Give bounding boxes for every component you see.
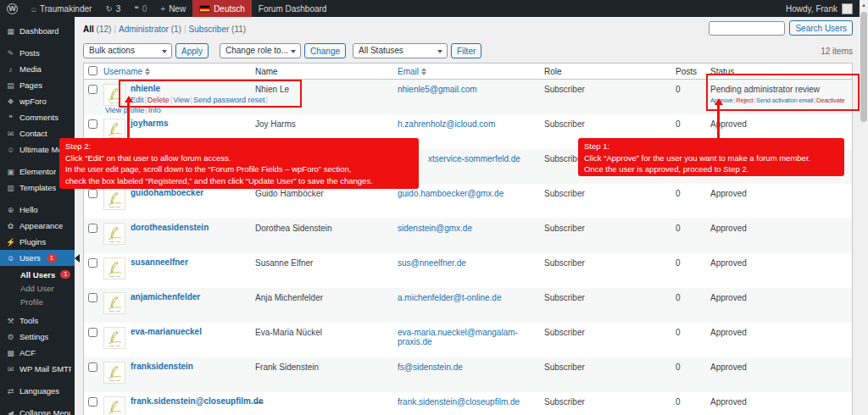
collapse-icon: ◀ [6,409,15,415]
user-avatar[interactable] [842,3,853,14]
view-administrator-link[interactable]: Administrator [119,25,169,34]
user-posts-count: 0 [672,357,707,392]
search-users-button[interactable]: Search Users [789,20,853,36]
user-email-link[interactable]: a.michenfelder@t-online.de [398,293,501,302]
row-checkbox[interactable] [88,224,97,233]
vertical-scrollbar[interactable]: ▲ [860,0,868,415]
user-status: Approved [710,328,852,337]
user-name: Susanne Elfner [252,253,394,288]
view-subscriber-link[interactable]: Subscriber [189,25,230,34]
user-email-link[interactable]: h.zahrenholz@icloud.com [398,119,495,129]
sidebar-item-wp-mail-smtp[interactable]: ✉ WP Mail SMTP [0,361,75,377]
change-button[interactable]: Change [304,43,346,58]
annotation-rect-status [706,74,860,111]
ultimate-member-icon: ☺ [6,146,15,154]
admin-sidebar: ▦ Dashboard ✎ Posts ♪ Media ▤ Pages ❖ wp… [0,17,75,415]
select-all-checkbox[interactable] [88,66,97,75]
sort-icon [145,68,150,75]
row-checkbox[interactable] [88,189,97,198]
users-icon: ☺ [6,254,15,263]
sidebar-item-posts[interactable]: ✎ Posts [0,45,75,61]
user-role-views: All (12)|Administrator (1)|Subscriber (1… [83,20,246,34]
scrollbar-thumb[interactable] [860,12,867,122]
status-filter-select[interactable]: All Statuses [353,43,448,58]
bulk-actions-select[interactable]: Bulk actions [83,43,172,58]
username-link[interactable]: franksidenstein [131,362,193,371]
submenu-item[interactable]: Add User [20,281,75,295]
row-checkbox[interactable] [88,397,97,407]
view-all-link[interactable]: All [83,25,94,34]
user-avatar [103,292,125,314]
email-column-header[interactable]: Email [398,67,426,76]
sidebar-item-appearance[interactable]: ✿ Appearance [0,218,75,234]
home-icon: ⌂ [31,4,36,14]
user-email-link[interactable]: fs@sidenstein.de [398,362,463,372]
row-checkbox[interactable] [88,362,97,372]
user-email-link[interactable]: sus@nneelfner.de [398,258,466,268]
user-email-link[interactable]: guido.hamboecker@gmx.de [398,189,504,198]
user-email-link[interactable]: sidenstein@gmx.de [398,224,472,233]
row-checkbox[interactable] [88,328,97,337]
filter-button[interactable]: Filter [451,43,481,58]
sidebar-item-languages[interactable]: ⇄ Languages [0,383,75,399]
user-avatar [103,223,125,245]
username-link[interactable]: dorotheasidenstein [131,223,209,232]
user-status: Approved [710,189,852,198]
username-link[interactable]: anjamichenfelder [131,292,200,302]
sidebar-item-acf[interactable]: ▩ ACF [0,345,75,361]
users-submenu: All Users1 Add User Profile [0,266,75,313]
sidebar-item-users[interactable]: ☺ Users 1 [0,250,75,266]
wp-logo-menu[interactable]: W [0,0,25,17]
username-column-header[interactable]: Username [103,67,150,76]
templates-icon: ▥ [6,184,15,192]
user-posts-count: 0 [672,253,707,288]
submenu-item[interactable]: All Users1 [20,268,75,281]
sidebar-item-collapse-menu[interactable]: ◀ Collapse Menu [0,405,75,415]
user-email-link[interactable]: nhienle5@gmail.com [398,85,477,94]
site-name-menu[interactable]: ⌂ Traumakinder [25,0,98,17]
sidebar-item-tools[interactable]: ⚒ Tools [0,313,75,329]
username-link[interactable]: susanneelfner [131,257,188,267]
sidebar-item-wpforo[interactable]: ❖ wpForo [0,93,75,109]
sidebar-item-hello[interactable]: ⊕ Hello [0,202,75,218]
new-content-menu[interactable]: + New [153,0,192,17]
scroll-up-icon[interactable]: ▲ [860,0,868,10]
annotation-rect-user-actions [119,80,302,108]
new-label: New [169,4,186,14]
apply-button[interactable]: Apply [175,43,209,58]
username-link[interactable]: eva-marianueckel [131,327,202,336]
row-checkbox[interactable] [88,119,97,129]
row-checkbox[interactable] [88,293,97,302]
user-table-row: franksidenstein Edit|Delete|View|Send pa… [84,357,852,392]
user-table-row: anjamichenfelder Edit|Delete|View|Send p… [84,288,852,323]
updates-menu[interactable]: ↻ 3 [98,0,127,17]
table-body: nhienle Edit|Delete|View|Send password r… [84,80,852,415]
username-link[interactable]: joyharms [131,119,168,128]
sidebar-item-plugins[interactable]: ⚡ Plugins [0,234,75,250]
user-email-link[interactable]: eva-maria.nueckel@mangalam-praxis.de [398,328,518,346]
sidebar-item-dashboard[interactable]: ▦ Dashboard [0,23,75,39]
language-menu[interactable]: Deutsch [192,0,252,17]
comments-icon: ❝ [6,113,15,122]
username-link[interactable]: guidohamboecker [131,188,203,197]
comments-menu[interactable]: ❝ 0 [127,0,153,17]
forum-dashboard-label: Forum Dashboard [259,4,327,14]
sidebar-item-pages[interactable]: ▤ Pages [0,77,75,93]
username-link[interactable]: frank.sidenstein@closeupfilm.de [131,396,263,406]
users-table: Username Name Email Role Posts Status nh… [83,63,853,415]
user-posts-count: 0 [672,184,707,219]
change-role-select[interactable]: Change role to... [220,43,301,58]
sidebar-item-comments[interactable]: ❝ Comments [0,109,75,125]
user-name: — [252,392,394,415]
row-checkbox[interactable] [88,258,97,268]
user-avatar [103,257,125,279]
submenu-item[interactable]: Profile [20,295,75,308]
sidebar-item-settings[interactable]: ⚙ Settings [0,329,75,345]
forum-dashboard-menu[interactable]: Forum Dashboard [252,0,334,17]
user-status: Approved [710,119,852,129]
sidebar-item-media[interactable]: ♪ Media [0,61,75,77]
user-email-link[interactable]: frank.sidenstein@closeupfilm.de [398,397,520,407]
search-users-input[interactable] [709,21,785,36]
howdy-menu[interactable]: Howdy, Frank [786,4,837,14]
row-checkbox[interactable] [88,85,97,94]
